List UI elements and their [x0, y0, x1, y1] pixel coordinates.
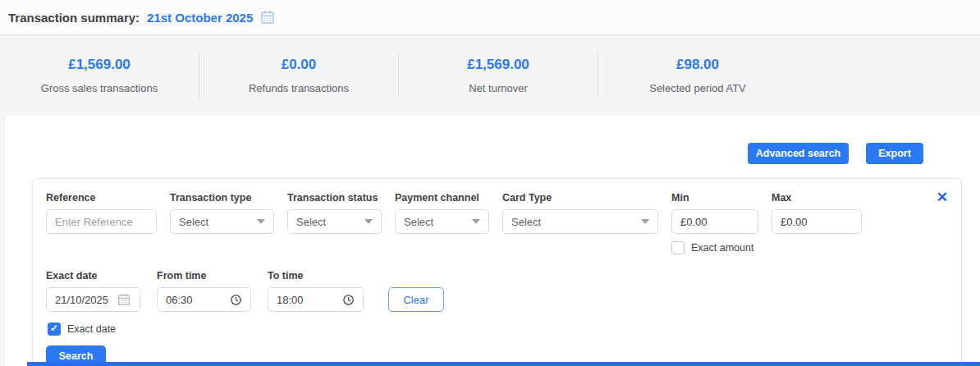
- max-label: Max: [772, 192, 862, 204]
- card-type-select[interactable]: Select: [502, 209, 658, 234]
- exact-amount-label[interactable]: Exact amount: [691, 242, 753, 254]
- calendar-icon[interactable]: [117, 292, 131, 307]
- card-type-field: Card Type Select: [502, 192, 658, 234]
- stat-label: Gross sales transactions: [0, 82, 199, 94]
- select-value: Select: [511, 216, 541, 228]
- stat-value: £98.00: [598, 57, 797, 73]
- stat-refunds: £0.00 Refunds transactions: [199, 57, 398, 94]
- stat-value: £1,569.00: [399, 57, 598, 73]
- stat-value: £1,569.00: [0, 57, 199, 73]
- min-label: Min: [671, 192, 758, 204]
- advanced-search-button[interactable]: Advanced search: [748, 143, 849, 164]
- select-value: Select: [296, 216, 326, 228]
- stat-period-atv: £98.00 Selected period ATV: [598, 57, 797, 94]
- close-icon[interactable]: ✕: [936, 190, 948, 204]
- bottom-accent-line: [27, 362, 980, 366]
- stat-net-turnover: £1,569.00 Net turnover: [399, 57, 598, 94]
- reference-label: Reference: [46, 192, 157, 204]
- toolbar: Advanced search Export: [6, 116, 980, 164]
- page-title: Transaction summary:: [8, 11, 140, 25]
- to-time-input-wrap: [268, 287, 364, 312]
- content-panel: Advanced search Export Reference Transac…: [6, 116, 980, 366]
- max-input-wrap: [772, 209, 862, 234]
- transaction-type-select[interactable]: Select: [170, 209, 274, 234]
- filter-row-1: Reference Transaction type Select Transa…: [46, 192, 948, 254]
- reference-input[interactable]: [55, 216, 148, 228]
- exact-date-row: Exact date: [48, 323, 948, 336]
- exact-date-checkbox[interactable]: [48, 323, 61, 336]
- exact-date-input[interactable]: [55, 294, 117, 306]
- transaction-status-select[interactable]: Select: [287, 209, 382, 234]
- exact-amount-checkbox[interactable]: [671, 241, 685, 254]
- max-amount-input[interactable]: [781, 216, 853, 228]
- from-time-input-wrap: [157, 287, 251, 312]
- clock-icon[interactable]: [342, 294, 355, 306]
- from-time-label: From time: [157, 270, 251, 281]
- header-bar: Transaction summary: 21st October 2025: [0, 0, 980, 35]
- from-time-input[interactable]: [166, 294, 230, 306]
- exact-date-input-wrap: [46, 287, 140, 312]
- min-amount-field: Min Exact amount: [671, 192, 758, 254]
- export-button[interactable]: Export: [866, 143, 923, 164]
- reference-input-wrap: [46, 209, 157, 234]
- clear-button[interactable]: Clear: [388, 287, 444, 312]
- chevron-down-icon: [364, 219, 373, 224]
- stat-gross-sales: £1,569.00 Gross sales transactions: [0, 57, 199, 94]
- from-time-field: From time: [157, 270, 251, 312]
- chevron-down-icon: [472, 219, 480, 224]
- calendar-icon[interactable]: [259, 9, 276, 25]
- max-amount-field: Max: [772, 192, 862, 234]
- card-type-label: Card Type: [502, 192, 658, 204]
- clock-icon[interactable]: [230, 294, 242, 306]
- filter-row-2: Exact date From time: [46, 270, 948, 312]
- transaction-status-field: Transaction status Select: [287, 192, 382, 234]
- select-value: Select: [179, 216, 208, 228]
- chevron-down-icon: [257, 219, 265, 224]
- stat-label: Net turnover: [399, 82, 598, 94]
- page: Transaction summary: 21st October 2025 £…: [0, 0, 980, 116]
- reference-field: Reference: [46, 192, 157, 234]
- exact-amount-row: Exact amount: [671, 241, 758, 254]
- stat-label: Selected period ATV: [598, 82, 797, 94]
- transaction-type-label: Transaction type: [170, 192, 274, 204]
- to-time-field: To time: [268, 270, 364, 312]
- chevron-down-icon: [641, 219, 649, 224]
- transaction-type-field: Transaction type Select: [170, 192, 274, 234]
- header-date[interactable]: 21st October 2025: [147, 11, 253, 25]
- to-time-input[interactable]: [277, 294, 342, 306]
- exact-date-label: Exact date: [46, 270, 140, 281]
- exact-date-field: Exact date: [46, 270, 140, 312]
- stat-label: Refunds transactions: [199, 82, 398, 94]
- payment-channel-label: Payment channel: [395, 192, 489, 204]
- min-input-wrap: [671, 209, 758, 234]
- payment-channel-field: Payment channel Select: [395, 192, 489, 234]
- exact-date-checkbox-label[interactable]: Exact date: [67, 323, 116, 335]
- payment-channel-select[interactable]: Select: [395, 209, 489, 234]
- stat-value: £0.00: [199, 57, 398, 73]
- transaction-status-label: Transaction status: [287, 192, 382, 204]
- filter-panel: Reference Transaction type Select Transa…: [32, 178, 962, 366]
- select-value: Select: [404, 216, 433, 228]
- stats-strip: £1,569.00 Gross sales transactions £0.00…: [0, 35, 980, 116]
- min-amount-input[interactable]: [680, 216, 749, 228]
- to-time-label: To time: [268, 270, 364, 281]
